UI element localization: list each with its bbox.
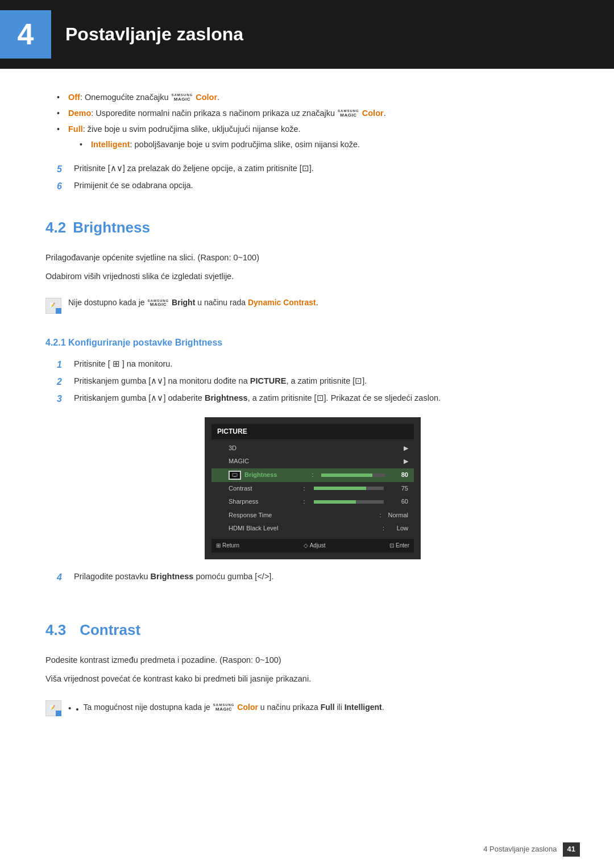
svg-rect-3 — [233, 474, 237, 476]
intro-bullet-list: Off: Onemogućite značajku SAMSUNGMAGIC C… — [45, 92, 580, 151]
screen-title: PICTURE — [211, 424, 414, 439]
samsung-magic-logo-2: SAMSUNGMAGIC — [338, 109, 359, 118]
note-icon-2: 📝 — [45, 700, 61, 716]
screen-sharpness-fill — [314, 500, 356, 504]
section-43-num: 4.3 — [45, 618, 66, 642]
screen-hdmi-value: Low — [391, 524, 408, 534]
step-42-num-2: 2 — [57, 375, 68, 389]
screen-mockup: PICTURE 3D ▶ MAGIC ▶ Brightness : — [205, 417, 421, 559]
screen-contrast-fill — [314, 487, 367, 490]
section-42-num: 4.2 — [45, 216, 66, 240]
step-5: 5 Pritisnite [∧∨] za prelazak do željene… — [57, 163, 580, 176]
screen-contrast-value: 75 — [391, 484, 408, 494]
section-42-step4: 4 Prilagodite postavku Brightness pomoću… — [45, 571, 580, 584]
screen-brightness-value: 80 — [391, 470, 408, 480]
screen-item-response: Response Time : Normal — [211, 509, 414, 522]
screen-item-magic: MAGIC ▶ — [211, 455, 414, 468]
section-43-desc2: Viša vrijednost povećat će kontrast kako… — [45, 672, 580, 686]
samsung-magic-logo-4: SAMSUNGMAGIC — [213, 703, 235, 712]
top-steps-list: 5 Pritisnite [∧∨] za prelazak do željene… — [45, 163, 580, 193]
step-6: 6 Primijenit će se odabrana opcija. — [57, 180, 580, 193]
section-43-desc1: Podesite kontrast između predmeta i poza… — [45, 654, 580, 667]
bullet-full: Full: žive boje u svim područjima slike,… — [57, 123, 580, 136]
screen-item-contrast: Contrast : 75 — [211, 482, 414, 496]
svg-text:📝: 📝 — [49, 704, 56, 711]
bullet-demo-label: Demo — [68, 109, 91, 118]
screen-brightness-bar — [321, 474, 385, 477]
step-42-2: 2 Pritiskanjem gumba [∧∨] na monitoru do… — [57, 375, 580, 389]
section-42-note-text: Nije dostupno kada je SAMSUNGMAGIC Brigh… — [68, 297, 318, 309]
svg-text:📝: 📝 — [49, 302, 56, 309]
note-icon-1: 📝 — [45, 298, 61, 314]
page-footer-label: 4 Postavljanje zaslona — [483, 844, 557, 855]
subsection-421-title: Konfiguriranje postavke Brightness — [68, 338, 222, 347]
step-42-num-3: 3 — [57, 392, 68, 406]
step-42-3: 3 Pritiskanjem gumba [∧∨] odaberite Brig… — [57, 392, 580, 406]
step-42-1: 1 Pritisnite [ ⊞ ] na monitoru. — [57, 358, 580, 372]
svg-rect-6 — [56, 711, 61, 716]
main-content: Off: Onemogućite značajku SAMSUNGMAGIC C… — [0, 92, 614, 766]
screen-monitor-icon — [229, 471, 241, 480]
section-42-title: Brightness — [73, 216, 150, 240]
screen-response-value: Normal — [388, 510, 408, 521]
step-42-num-4: 4 — [57, 571, 68, 584]
screen-contrast-bar — [314, 487, 384, 490]
screen-item-3d: 3D ▶ — [211, 442, 414, 455]
section-42-steps: 1 Pritisnite [ ⊞ ] na monitoru. 2 Pritis… — [45, 358, 580, 406]
screen-footer-enter: ⊡ Enter — [389, 541, 409, 550]
screen-menu: 3D ▶ MAGIC ▶ Brightness : — [211, 439, 414, 538]
step-42-num-1: 1 — [57, 358, 68, 372]
section-42-note-box: 📝 Nije dostupno kada je SAMSUNGMAGIC Bri… — [45, 292, 580, 318]
bullet-demo: Demo: Usporedite normalni način prikaza … — [57, 107, 580, 120]
chapter-header: 4 Postavljanje zaslona — [0, 0, 614, 69]
section-42-desc2: Odabirom viših vrijednosti slika će izgl… — [45, 270, 580, 283]
section-43-note-box: 📝 • Ta mogućnost nije dostupna kada je S… — [45, 695, 580, 723]
bullet-off-label: Off — [68, 93, 80, 102]
screen-item-brightness-label: Brightness — [244, 470, 308, 480]
svg-rect-1 — [56, 308, 61, 314]
bullet-off: Off: Onemogućite značajku SAMSUNGMAGIC C… — [57, 92, 580, 104]
section-43-title: Contrast — [80, 618, 140, 642]
bullet-intelligent: Intelligent: poboljšavanje boje u svim p… — [68, 139, 580, 151]
page-number: 41 — [563, 842, 580, 857]
section-42-heading: 4.2 Brightness — [45, 216, 580, 240]
chapter-number: 4 — [0, 10, 51, 59]
samsung-magic-logo-1: SAMSUNGMAGIC — [172, 93, 193, 102]
screen-footer-adjust: ◇ Adjust — [304, 541, 326, 550]
section-42-desc1: Prilagođavanje općenite svjetline na sli… — [45, 251, 580, 264]
screen-item-hdmi: HDMI Black Level : Low — [211, 522, 414, 535]
section-43-note-text: • Ta mogućnost nije dostupna kada je SAM… — [68, 701, 384, 716]
screen-sharpness-bar — [314, 500, 384, 504]
chapter-title: Postavljanje zaslona — [65, 20, 243, 49]
step-num-5: 5 — [57, 163, 68, 176]
step-42-4: 4 Prilagodite postavku Brightness pomoću… — [57, 571, 580, 584]
screen-footer: ⊞ Return ◇ Adjust ⊡ Enter — [211, 539, 414, 553]
screen-brightness-fill — [321, 474, 372, 477]
subsection-421-heading: 4.2.1 Konfiguriranje postavke Brightness — [45, 335, 580, 350]
screen-item-sharpness: Sharpness : 60 — [211, 495, 414, 509]
subsection-421-num: 4.2.1 — [45, 338, 66, 347]
samsung-magic-logo-3: SAMSUNGMAGIC — [148, 299, 169, 308]
screen-sharpness-value: 60 — [391, 497, 408, 507]
screen-item-brightness: Brightness : 80 — [211, 468, 414, 482]
screen-footer-return: ⊞ Return — [216, 541, 239, 550]
svg-rect-4 — [234, 476, 236, 477]
bullet-intelligent-label: Intelligent — [91, 140, 130, 149]
bullet-full-label: Full — [68, 124, 83, 134]
section-43-heading: 4.3 Contrast — [45, 618, 580, 642]
step-num-6: 6 — [57, 180, 68, 193]
page-footer: 4 Postavljanje zaslona 41 — [483, 842, 580, 857]
